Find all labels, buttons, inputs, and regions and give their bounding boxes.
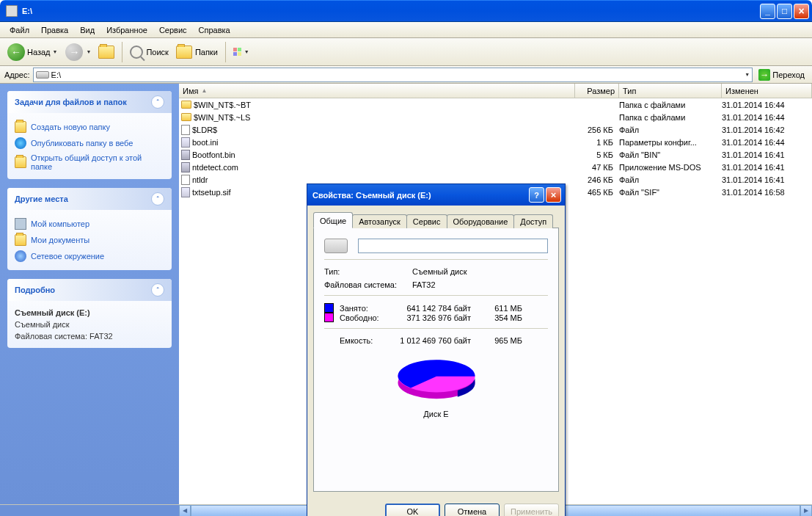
file-name: ntldr (192, 175, 208, 184)
file-type: Приложение MS-DOS (619, 163, 722, 172)
details-type: Съемный диск (15, 319, 164, 330)
go-button[interactable]: → Переход (756, 68, 808, 82)
collapse-icon[interactable]: ˆ (151, 95, 164, 109)
menu-favorites[interactable]: Избранное (101, 24, 153, 36)
tab-content-general: Тип:Съемный диск Файловая система:FAT32 … (313, 228, 559, 492)
dialog-titlebar[interactable]: Свойства: Съемный диск (E:) ? × (307, 184, 565, 206)
back-button[interactable]: ← Назад ▼ (4, 42, 60, 62)
sys-icon (181, 150, 190, 160)
network-icon (15, 250, 26, 262)
task-publish[interactable]: Опубликовать папку в вебе (15, 135, 164, 151)
file-type: Файл "SIF" (619, 188, 722, 197)
address-label: Адрес: (4, 70, 30, 79)
address-bar: Адрес: E:\ ▼ → Переход (0, 66, 812, 84)
separator (324, 259, 548, 260)
column-name[interactable]: Имя▲ (179, 84, 575, 98)
file-size: 47 КБ (575, 163, 619, 172)
scroll-left-button[interactable]: ◀ (179, 505, 191, 517)
tasks-panel: Задачи для файлов и папок ˆ Создать нову… (7, 91, 172, 179)
maximize-button[interactable]: □ (777, 4, 792, 19)
places-panel: Другие места ˆ Мой компьютер Мои докумен… (7, 188, 172, 270)
free-bytes: 371 326 976 байт (383, 313, 471, 322)
back-dropdown-icon[interactable]: ▼ (53, 49, 58, 54)
scroll-right-button[interactable]: ▶ (800, 505, 812, 517)
file-modified: 31.01.2014 16:41 (722, 175, 812, 184)
views-button[interactable]: ▼ (231, 46, 252, 57)
menu-file[interactable]: Файл (4, 24, 34, 36)
toolbar-separator (225, 42, 226, 62)
file-type: Папка с файлами (619, 113, 722, 122)
details-fs: Файловая система: FAT32 (15, 330, 164, 342)
menu-tools[interactable]: Сервис (154, 24, 192, 36)
dialog-buttons: OK Отмена Применить (307, 498, 565, 516)
place-network[interactable]: Сетевое окружение (15, 248, 164, 264)
file-row[interactable]: $WIN_NT$.~LSПапка с файлами31.01.2014 16… (179, 111, 812, 123)
menu-edit[interactable]: Правка (36, 24, 73, 36)
file-row[interactable]: boot.ini1 КБПараметры конфиг...31.01.201… (179, 136, 812, 148)
file-row[interactable]: $LDR$256 КБФайл31.01.2014 16:42 (179, 123, 812, 136)
sort-asc-icon: ▲ (201, 87, 207, 94)
forward-dropdown-icon[interactable]: ▼ (86, 49, 91, 54)
dialog-tabs: Общие Автозапуск Сервис Оборудование Дос… (313, 212, 559, 228)
properties-dialog: Свойства: Съемный диск (E:) ? × Общие Ав… (307, 183, 566, 516)
forward-button[interactable]: → ▼ (63, 42, 93, 62)
sidebar-corner (0, 505, 179, 516)
pie-label: Диск E (423, 410, 448, 418)
folder-icon (181, 101, 191, 109)
ini-icon (181, 137, 190, 148)
places-header[interactable]: Другие места ˆ (7, 188, 172, 210)
new-folder-icon (15, 121, 26, 133)
tab-access[interactable]: Доступ (513, 214, 553, 228)
file-modified: 31.01.2014 16:58 (722, 188, 812, 197)
ok-button[interactable]: OK (385, 504, 440, 516)
tasks-header[interactable]: Задачи для файлов и папок ˆ (7, 91, 172, 113)
file-size: 256 КБ (575, 126, 619, 134)
search-button[interactable]: Поиск (128, 44, 170, 60)
address-input[interactable]: E:\ ▼ (33, 68, 753, 82)
file-modified: 31.01.2014 16:41 (722, 150, 812, 159)
tab-service[interactable]: Сервис (406, 214, 447, 228)
used-color-icon (324, 303, 334, 313)
back-label: Назад (27, 48, 51, 57)
file-type: Файл (619, 126, 722, 134)
up-button[interactable] (96, 44, 117, 60)
apply-button[interactable]: Применить (504, 504, 559, 516)
help-button[interactable]: ? (529, 187, 544, 203)
file-type: Параметры конфиг... (619, 138, 722, 147)
used-space-row: Занято: 641 142 784 байт 611 МБ (324, 303, 548, 313)
views-dropdown-icon[interactable]: ▼ (244, 49, 249, 54)
volume-label-input[interactable] (358, 239, 548, 253)
column-size[interactable]: Размер (575, 84, 619, 98)
cancel-button[interactable]: Отмена (445, 504, 500, 516)
window-titlebar: E:\ _ □ × (0, 0, 812, 22)
forward-arrow-icon: → (65, 43, 83, 61)
details-header[interactable]: Подробно ˆ (7, 279, 172, 301)
collapse-icon[interactable]: ˆ (151, 283, 164, 297)
capacity-row: Емкость: 1 012 469 760 байт 965 МБ (324, 336, 548, 345)
file-row[interactable]: $WIN_NT$.~BTПапка с файлами31.01.2014 16… (179, 98, 812, 111)
tab-general[interactable]: Общие (313, 212, 353, 228)
menu-view[interactable]: Вид (75, 24, 100, 36)
tab-hardware[interactable]: Оборудование (447, 214, 515, 228)
task-new-folder[interactable]: Создать новую папку (15, 119, 164, 135)
file-row[interactable]: ntdetect.com47 КБПриложение MS-DOS31.01.… (179, 161, 812, 173)
column-type[interactable]: Тип (619, 84, 722, 98)
address-dropdown-icon[interactable]: ▼ (745, 72, 750, 77)
file-row[interactable]: Bootfont.bin5 КБФайл "BIN"31.01.2014 16:… (179, 148, 812, 161)
dialog-close-button[interactable]: × (546, 187, 561, 203)
file-name: ntdetect.com (192, 163, 238, 172)
folders-button[interactable]: Папки (174, 44, 220, 60)
minimize-button[interactable]: _ (760, 4, 775, 19)
place-my-documents[interactable]: Мои документы (15, 232, 164, 248)
folder-up-icon (98, 46, 114, 59)
file-modified: 31.01.2014 16:44 (722, 138, 812, 147)
folders-label: Папки (195, 48, 218, 57)
tab-autorun[interactable]: Автозапуск (352, 214, 407, 228)
close-button[interactable]: × (794, 4, 809, 19)
collapse-icon[interactable]: ˆ (151, 192, 164, 206)
place-my-computer[interactable]: Мой компьютер (15, 216, 164, 232)
menu-help[interactable]: Справка (194, 24, 235, 36)
task-share[interactable]: Открыть общий доступ к этой папке (15, 151, 164, 173)
column-modified[interactable]: Изменен (722, 84, 812, 98)
fs-value: FAT32 (412, 280, 436, 289)
